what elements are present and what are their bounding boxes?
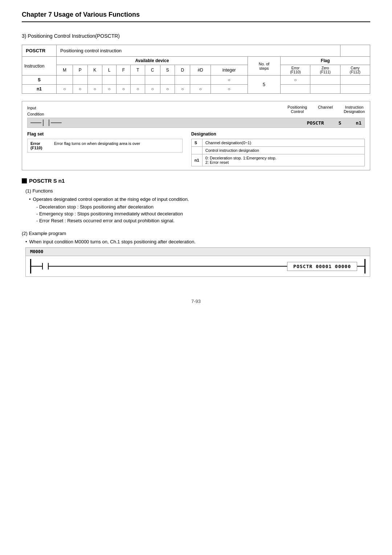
th-s2: S [160, 65, 175, 76]
functions-section: (1) Functions • Operates designated cont… [25, 188, 370, 223]
instr-s: S [339, 120, 342, 126]
instr-col: Instruction [22, 57, 57, 76]
posctr-heading: POSCTR S n1 [22, 178, 370, 184]
diagram-top-labels: PositioningControl Channel InstructionDe… [287, 105, 365, 114]
no-steps-header: No. ofsteps [248, 57, 281, 76]
th-f: F [117, 65, 131, 76]
flag-error-label: Error(F110) [30, 141, 50, 150]
functions-bullet1: • Operates designated control operation … [29, 197, 370, 202]
th-carry: Carry(F112) [340, 65, 370, 76]
posctr-desc-cell: Positioning control instruction [57, 45, 340, 57]
sub-bullet-2: - Emergency stop : Stops positioning imm… [36, 211, 370, 216]
row-n1-label: n1 [22, 85, 57, 94]
ladder-instruction: POSCTR 00001 00000 [287, 262, 357, 271]
example-bullet: • When input condition M0000 turns on, C… [25, 239, 370, 244]
des-key-n1: n1 [191, 154, 202, 166]
th-l: L [102, 65, 117, 76]
flag-set-section: Flag set Error(F110) Error flag turns on… [27, 131, 183, 166]
des-key-s: S [191, 139, 202, 147]
page-number: 7-93 [22, 299, 370, 304]
des-val-ctrl: Control instruction designation [202, 147, 364, 154]
th-m: M [57, 65, 73, 76]
th-zero: Zero(F111) [310, 65, 340, 76]
th-hd: #D [190, 65, 211, 76]
des-val-s: Channel designation(0~1) [202, 139, 364, 147]
designation-title: Designation [191, 131, 365, 137]
flag-item-error: Error(F110) Error flag turns on when des… [27, 139, 183, 153]
th-k: K [87, 65, 102, 76]
flag-header-cell: Flag [281, 57, 370, 65]
contact-symbol [42, 263, 49, 270]
sub-bullet-1: - Deceleration stop : Stops positioning … [36, 204, 370, 210]
positioning-control-label: PositioningControl [287, 105, 307, 114]
diagram-bottom: Flag set Error(F110) Error flag turns on… [27, 131, 365, 166]
section-title: 3) Positioning Control Instruction(POSCT… [22, 33, 370, 39]
ladder-line: POSCTR 00001 00000 [26, 256, 370, 276]
designation-section: Designation S Channel designation(0~1) C… [191, 131, 365, 166]
black-square-icon [22, 178, 27, 183]
des-val-n1: 0: Deceleration stop. 1:Emergency stop. … [202, 154, 364, 166]
instruction-table-wrap: POSCTR Positioning control instruction I… [22, 45, 370, 94]
th-err: Error(F110) [281, 65, 310, 76]
chapter-title: Chapter 7 Usage of Various Functions [22, 11, 370, 22]
posctr-section: POSCTR S n1 (1) Functions • Operates des… [22, 178, 370, 277]
s-integer-cell: ○ [211, 76, 248, 85]
th-c: C [145, 65, 160, 76]
ladder-contact-label: M0000 [26, 248, 370, 256]
instr-posctr: POSCTR [307, 120, 324, 126]
designation-table: S Channel designation(0~1) Control instr… [191, 139, 365, 166]
example-section: (2) Example program • When input conditi… [22, 231, 370, 277]
example-title: (2) Example program [22, 231, 370, 236]
posctr-name-cell: POSCTR [22, 45, 57, 57]
sub-bullet-3: - Error Reset : Resets occurred error an… [36, 218, 370, 223]
functions-title: (1) Functions [25, 188, 370, 194]
instr-n1: n1 [356, 120, 362, 126]
flag-error-desc: Error flag turns on when designating are… [54, 141, 140, 146]
channel-label: Channel [318, 105, 333, 114]
instruction-name-row: POSCTR S n1 [27, 118, 365, 128]
th-t: T [131, 65, 145, 76]
input-condition-label: InputCondition [27, 105, 44, 117]
th-d: D [175, 65, 190, 76]
avail-device-header: Available device [57, 57, 248, 65]
th-p: P [73, 65, 87, 76]
instruction-designation-label: InstructionDesignation [344, 105, 365, 114]
s-err-cell: ○ [281, 76, 310, 85]
steps-cell: 5 [248, 76, 281, 94]
des-key-blank [191, 147, 202, 154]
posctr-heading-text: POSCTR S n1 [29, 178, 65, 184]
th-int: integer [211, 65, 248, 76]
flag-set-title: Flag set [27, 131, 183, 137]
row-s-label: S [22, 76, 57, 85]
ladder-diagram: M0000 POSCTR 00001 00000 [25, 247, 370, 277]
diagram-box: InputCondition PositioningControl Channe… [22, 101, 370, 170]
